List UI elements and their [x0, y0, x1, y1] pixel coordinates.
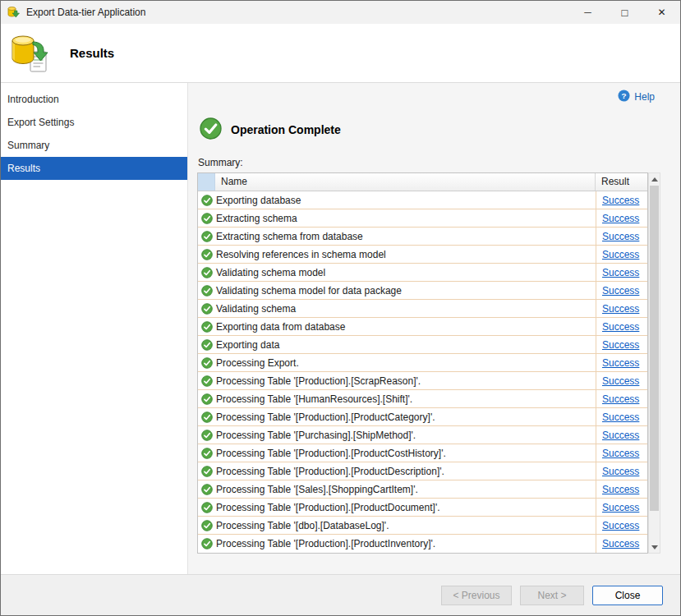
success-link[interactable]: Success — [602, 502, 639, 513]
row-result: Success — [596, 408, 647, 425]
help-label[interactable]: Help — [634, 91, 655, 103]
table-row[interactable]: Validating schema model for data package… — [198, 282, 647, 300]
row-name: Exporting data from database — [215, 321, 596, 333]
success-link[interactable]: Success — [602, 538, 639, 549]
success-link[interactable]: Success — [602, 339, 639, 351]
table-row[interactable]: Extracting schema Success — [198, 209, 647, 228]
wizard-footer: < Previous Next > Close — [1, 574, 680, 615]
success-link[interactable]: Success — [602, 231, 639, 242]
table-row[interactable]: Processing Table '[Production].[ProductD… — [198, 462, 647, 480]
export-data-tier-wizard-window: Export Data-tier Application ─ □ ✕ Resul… — [0, 0, 681, 616]
help-icon: ? — [618, 90, 630, 104]
minimize-icon[interactable]: ─ — [569, 1, 606, 24]
row-name: Extracting schema from database — [215, 231, 596, 242]
page-title: Results — [70, 46, 114, 60]
titlebar[interactable]: Export Data-tier Application ─ □ ✕ — [1, 1, 680, 24]
success-link[interactable]: Success — [602, 195, 639, 206]
sidebar-item-introduction[interactable]: Introduction — [1, 88, 187, 111]
success-check-icon — [198, 339, 215, 351]
success-link[interactable]: Success — [602, 411, 639, 423]
success-check-icon — [198, 321, 215, 333]
row-result: Success — [596, 499, 647, 516]
table-row[interactable]: Processing Table '[Production].[ProductI… — [198, 535, 647, 553]
table-row[interactable]: Processing Table '[Production].[ProductC… — [198, 444, 647, 462]
table-row[interactable]: Processing Table '[Production].[ProductC… — [198, 408, 647, 426]
row-name: Extracting schema — [215, 213, 596, 224]
row-result: Success — [596, 426, 647, 444]
table-row[interactable]: Processing Export. Success — [198, 354, 647, 372]
success-link[interactable]: Success — [602, 267, 639, 278]
row-result: Success — [596, 480, 647, 498]
result-column-header: Result — [596, 173, 647, 191]
success-check-icon — [198, 502, 215, 513]
row-name: Processing Table '[Production].[ProductI… — [215, 538, 596, 549]
operation-complete-check-icon — [200, 117, 222, 142]
success-link[interactable]: Success — [602, 466, 639, 477]
success-link[interactable]: Success — [602, 285, 639, 297]
success-check-icon — [198, 267, 215, 278]
table-row[interactable]: Processing Table '[Purchasing].[ShipMeth… — [198, 426, 647, 444]
table-row[interactable]: Processing Table '[Sales].[ShoppingCartI… — [198, 480, 647, 499]
success-link[interactable]: Success — [602, 484, 639, 495]
table-row[interactable]: Resolving references in schema model Suc… — [198, 246, 647, 264]
success-link[interactable]: Success — [602, 520, 639, 531]
row-result: Success — [596, 318, 647, 335]
previous-button[interactable]: < Previous — [441, 586, 512, 605]
table-row[interactable]: Processing Table '[dbo].[DatabaseLog]'. … — [198, 517, 647, 535]
row-result: Success — [596, 300, 647, 317]
success-check-icon — [198, 357, 215, 369]
success-link[interactable]: Success — [602, 357, 639, 369]
results-table-body: Exporting database Success Extracting sc… — [198, 191, 647, 553]
scroll-up-icon[interactable] — [649, 173, 660, 185]
success-check-icon — [198, 231, 215, 242]
success-link[interactable]: Success — [602, 430, 639, 441]
row-result: Success — [596, 535, 647, 553]
row-result: Success — [596, 390, 647, 407]
success-link[interactable]: Success — [602, 393, 639, 405]
success-link[interactable]: Success — [602, 213, 639, 224]
success-link[interactable]: Success — [602, 448, 639, 459]
row-name: Validating schema model — [215, 267, 596, 278]
row-name: Processing Export. — [215, 357, 596, 369]
success-check-icon — [198, 195, 215, 206]
success-link[interactable]: Success — [602, 375, 639, 387]
success-link[interactable]: Success — [602, 249, 639, 260]
row-result: Success — [596, 354, 647, 371]
scroll-down-icon[interactable] — [649, 541, 660, 553]
success-link[interactable]: Success — [602, 321, 639, 333]
table-row[interactable]: Exporting database Success — [198, 191, 647, 209]
success-check-icon — [198, 484, 215, 495]
success-check-icon — [198, 411, 215, 423]
help-link[interactable]: ? Help — [618, 90, 655, 104]
maximize-icon[interactable]: □ — [606, 1, 643, 24]
table-row[interactable]: Validating schema Success — [198, 300, 647, 318]
table-row[interactable]: Extracting schema from database Success — [198, 228, 647, 246]
table-row[interactable]: Processing Table '[Production].[ScrapRea… — [198, 372, 647, 390]
table-row[interactable]: Exporting data Success — [198, 336, 647, 354]
table-row[interactable]: Processing Table '[Production].[ProductD… — [198, 499, 647, 517]
scrollbar-thumb[interactable] — [650, 186, 659, 511]
success-link[interactable]: Success — [602, 303, 639, 315]
next-button[interactable]: Next > — [520, 586, 584, 605]
row-name: Exporting database — [215, 195, 596, 206]
sidebar-item-results[interactable]: Results — [1, 157, 187, 180]
row-result: Success — [596, 336, 647, 353]
sidebar-item-export-settings[interactable]: Export Settings — [1, 111, 187, 134]
row-name: Resolving references in schema model — [215, 249, 596, 260]
table-row[interactable]: Processing Table '[HumanResources].[Shif… — [198, 390, 647, 408]
close-button[interactable]: Close — [592, 586, 663, 605]
row-result: Success — [596, 462, 647, 480]
row-result: Success — [596, 372, 647, 389]
close-icon[interactable]: ✕ — [643, 1, 680, 24]
table-row[interactable]: Exporting data from database Success — [198, 318, 647, 336]
row-result: Success — [596, 264, 647, 281]
success-check-icon — [198, 393, 215, 405]
summary-label: Summary: — [198, 157, 243, 168]
vertical-scrollbar[interactable] — [648, 172, 660, 554]
row-name: Processing Table '[Purchasing].[ShipMeth… — [215, 430, 596, 441]
table-row[interactable]: Validating schema model Success — [198, 264, 647, 282]
sidebar-item-summary[interactable]: Summary — [1, 134, 187, 157]
success-check-icon — [198, 466, 215, 477]
row-result: Success — [596, 246, 647, 263]
operation-status: Operation Complete — [200, 117, 341, 142]
